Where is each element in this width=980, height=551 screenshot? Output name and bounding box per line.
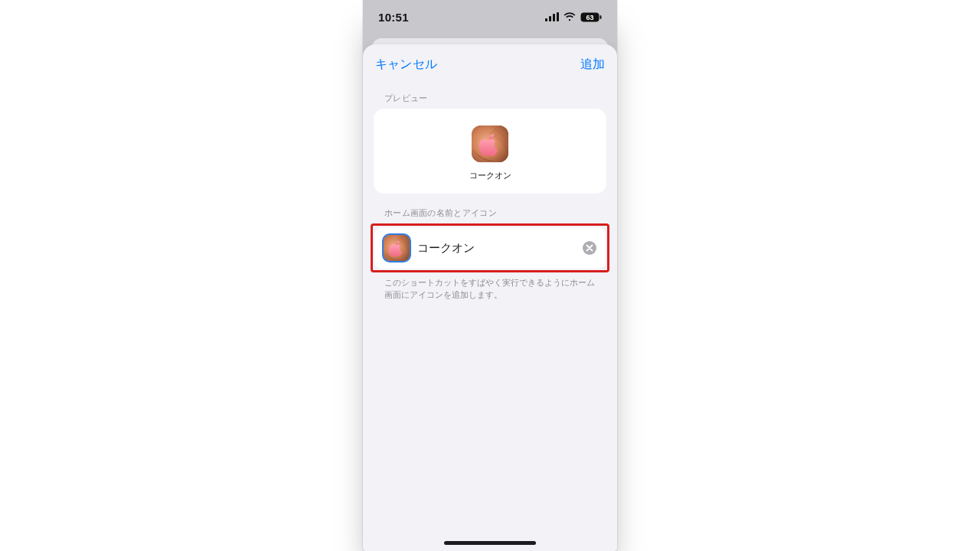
battery-icon: 63 bbox=[580, 12, 602, 22]
name-row-highlight: コークオン bbox=[371, 223, 609, 272]
svg-rect-3 bbox=[557, 12, 559, 21]
add-button[interactable]: 追加 bbox=[580, 57, 605, 73]
svg-rect-2 bbox=[553, 14, 555, 21]
cancel-button[interactable]: キャンセル bbox=[375, 57, 437, 73]
cellular-signal-icon bbox=[545, 12, 559, 21]
screenshot-stage: 10:51 bbox=[0, 0, 980, 551]
svg-rect-0 bbox=[545, 18, 547, 21]
wifi-icon bbox=[564, 12, 576, 21]
svg-rect-1 bbox=[549, 16, 551, 21]
shortcut-icon-picker[interactable] bbox=[384, 235, 410, 261]
phone-frame: 10:51 bbox=[363, 0, 617, 551]
clear-name-button[interactable] bbox=[583, 241, 596, 255]
name-section-label: ホーム画面の名前とアイコン bbox=[363, 194, 617, 223]
close-icon bbox=[586, 244, 593, 252]
preview-section-label: プレビュー bbox=[363, 79, 617, 109]
add-to-home-sheet: キャンセル 追加 プレビュー bbox=[363, 44, 617, 551]
shortcut-name-input[interactable]: コークオン bbox=[417, 241, 575, 256]
battery-percent-text: 63 bbox=[586, 13, 593, 21]
svg-rect-5 bbox=[600, 15, 602, 19]
statusbar-icons: 63 bbox=[545, 12, 602, 22]
sheet-header: キャンセル 追加 bbox=[363, 44, 617, 79]
home-indicator[interactable] bbox=[444, 541, 536, 545]
name-and-icon-row[interactable]: コークオン bbox=[374, 227, 606, 269]
preview-app-label: コークオン bbox=[469, 170, 511, 181]
preview-card: コークオン bbox=[374, 109, 606, 194]
statusbar-time: 10:51 bbox=[378, 11, 409, 24]
preview-app-icon bbox=[472, 126, 508, 162]
helper-text: このショートカットをすばやく実行できるようにホーム画面にアイコンを追加します。 bbox=[363, 272, 617, 302]
status-bar: 10:51 bbox=[363, 0, 617, 34]
